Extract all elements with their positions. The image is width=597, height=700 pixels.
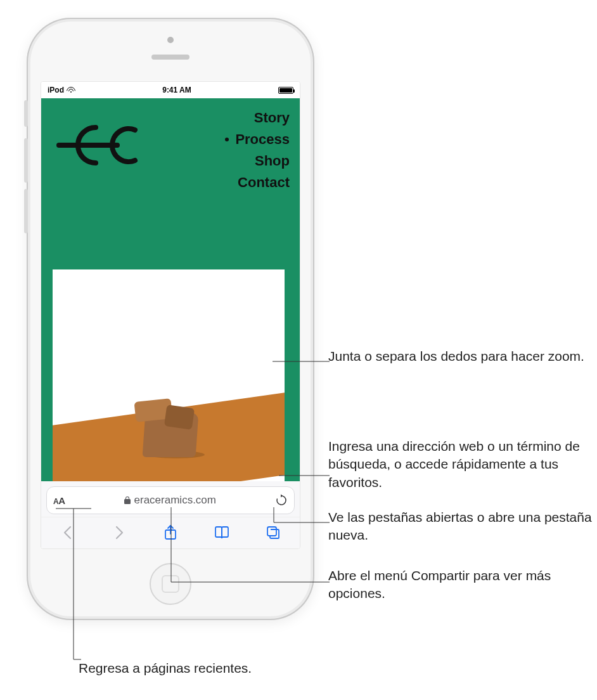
nav-item-process[interactable]: Process	[235, 129, 290, 150]
webpage-content[interactable]: Story Process Shop Contact	[41, 98, 300, 481]
earpiece	[151, 55, 189, 60]
status-time: 9:41 AM	[162, 86, 191, 94]
address-bar-container: AA eraceramics.com	[41, 481, 300, 517]
nav-item-shop[interactable]: Shop	[235, 150, 290, 172]
status-bar: iPod 9:41 AM	[41, 82, 300, 98]
share-button[interactable]	[157, 519, 184, 547]
volume-up-button	[24, 138, 28, 183]
callout-history: Regresa a páginas recientes.	[79, 659, 252, 677]
reload-icon[interactable]	[275, 494, 288, 507]
wifi-icon	[67, 87, 75, 93]
nav-item-story[interactable]: Story	[235, 107, 290, 129]
callout-zoom: Junta o separa los dedos para hacer zoom…	[328, 347, 584, 365]
url-text: eraceramics.com	[134, 494, 216, 507]
forward-button[interactable]	[105, 519, 133, 547]
lock-icon	[124, 496, 131, 504]
callout-share: Abre el menú Compartir para ver más opci…	[328, 567, 594, 603]
callout-address: Ingresa una dirección web o un término d…	[328, 438, 594, 491]
site-logo[interactable]	[56, 120, 151, 173]
front-camera	[167, 37, 174, 43]
callout-tabs: Ve las pestañas abiertas o abre una pest…	[328, 509, 594, 545]
url-field[interactable]: eraceramics.com	[70, 494, 270, 507]
battery-icon	[278, 87, 293, 94]
safari-toolbar	[41, 517, 300, 548]
site-nav: Story Process Shop Contact	[235, 107, 290, 193]
volume-down-button	[24, 189, 28, 233]
carrier-label: iPod	[48, 86, 64, 94]
tabs-button[interactable]	[259, 519, 287, 547]
ipod-device-frame: iPod 9:41 AM	[27, 18, 314, 620]
device-screen: iPod 9:41 AM	[41, 81, 300, 549]
side-button	[24, 100, 28, 127]
address-bar[interactable]: AA eraceramics.com	[46, 486, 295, 514]
reader-view-button[interactable]: AA	[53, 495, 65, 506]
svg-rect-2	[267, 527, 276, 536]
home-button[interactable]	[150, 563, 191, 605]
back-button[interactable]	[54, 519, 82, 547]
bookmarks-button[interactable]	[208, 519, 236, 547]
hero-image	[53, 269, 285, 481]
nav-item-contact[interactable]: Contact	[235, 172, 290, 193]
